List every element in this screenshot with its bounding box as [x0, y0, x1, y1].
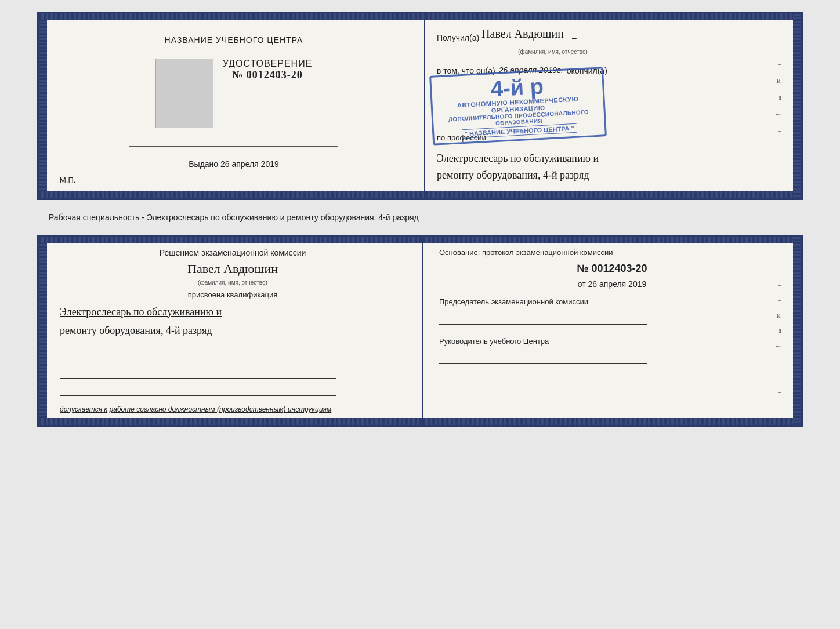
- top-edge-right: [425, 13, 801, 20]
- bottom-document: Решением экзаменационной комиссии Павел …: [37, 235, 803, 427]
- photo-placeholder: [155, 59, 213, 128]
- recipient-name-top: Павел Авдюшин: [481, 27, 564, 42]
- predsedatel-label: Председатель экзаменационной комиссии: [439, 297, 785, 307]
- stamp-line1: АВТОНОМНУЮ НЕКОММЕРЧЕСКУЮ ОРГАНИЗАЦИЮ: [437, 94, 599, 117]
- sig-line-1: [60, 350, 336, 361]
- sig-line-2: [60, 367, 336, 379]
- udostoverenie-number: № 0012403-20: [223, 69, 313, 81]
- bottom-right-binding: [793, 237, 801, 426]
- vtom-date: 26 апреля 2019г.: [499, 66, 563, 75]
- rukovoditel-block: Руководитель учебного Центра: [439, 336, 785, 364]
- profession-line1: Электрослесарь по обслуживанию и ремонту…: [437, 150, 785, 184]
- commission-name: Павел Авдюшин: [71, 261, 394, 277]
- stamp-line2: ДОПОЛНИТЕЛЬНОГО ПРОФЕССИОНАЛЬНОГО ОБРАЗО…: [438, 108, 600, 130]
- right-dashes: – – и а ← – – –: [771, 31, 785, 181]
- ot-date: от 26 апреля 2019: [439, 279, 785, 289]
- commission-header: Решением экзаменационной комиссии: [60, 247, 405, 259]
- top-document: НАЗВАНИЕ УЧЕБНОГО ЦЕНТРА УДОСТОВЕРЕНИЕ №…: [37, 12, 803, 200]
- bottom-edge-right: [425, 191, 801, 198]
- dopuskaetsya-prefix: допускается к: [60, 405, 107, 413]
- okonchil-label: окончил(а): [567, 66, 607, 75]
- vtom-line: в том, что он(а) 26 апреля 2019г. окончи…: [437, 66, 785, 75]
- separator-text: Рабочая специальность - Электрослесарь п…: [49, 210, 791, 224]
- dash-top: –: [572, 33, 577, 42]
- vydano-label: Выдано: [189, 159, 218, 169]
- osnovanie-text: Основание: протокол экзаменационной коми…: [439, 247, 785, 259]
- bottom-edge-bottom-left: [39, 418, 422, 425]
- predsedatel-sig-line: [439, 311, 647, 325]
- sig-line-3: [60, 384, 336, 396]
- top-edge-bottom-right: [423, 237, 801, 243]
- poluchil-line: Получил(а) Павел Авдюшин –: [437, 27, 785, 42]
- bottom-doc-left: Решением экзаменационной комиссии Павел …: [39, 237, 423, 426]
- bottom-edge-bottom-right: [423, 418, 801, 425]
- rukovoditel-label: Руководитель учебного Центра: [439, 336, 785, 347]
- predsedatel-block: Председатель экзаменационной комиссии: [439, 297, 785, 325]
- top-edge-bottom-left: [39, 237, 422, 243]
- udostoverenie-block: УДОСТОВЕРЕНИЕ № 0012403-20: [223, 59, 313, 81]
- top-doc-right: Получил(а) Павел Авдюшин – (фамилия, имя…: [425, 13, 801, 198]
- protocol-number: № 0012403-20: [439, 263, 785, 275]
- right-dashes-bottom: – – – и а ← – – –: [771, 254, 785, 408]
- right-binding: [793, 13, 801, 198]
- udostoverenie-label: УДОСТОВЕРЕНИЕ: [223, 59, 313, 69]
- vydano-line: Выдано 26 апреля 2019: [189, 159, 279, 169]
- signature-lines-left: [60, 350, 405, 396]
- bottom-edge-left: [39, 191, 424, 198]
- po-professii-label: по профессии: [437, 133, 785, 142]
- mp-label: М.П.: [60, 176, 75, 184]
- center-title-top: НАЗВАНИЕ УЧЕБНОГО ЦЕНТРА: [165, 35, 303, 45]
- qualification-text: Электрослесарь по обслуживанию и ремонту…: [60, 303, 405, 341]
- dopuskaetsya-text: допускается к работе согласно должностны…: [60, 405, 405, 413]
- stamp-big-text: 4-й р: [490, 75, 544, 100]
- fio-hint-bottom: (фамилия, имя, отчество): [60, 279, 405, 286]
- fio-hint-top: (фамилия, имя, отчество): [495, 49, 611, 55]
- top-edge-decoration: [39, 13, 424, 20]
- vtom-label: в том, что он(а): [437, 66, 495, 75]
- poluchil-label: Получил(а): [437, 33, 479, 42]
- bottom-doc-right: Основание: протокол экзаменационной коми…: [423, 237, 801, 426]
- rukovoditel-sig-line: [439, 350, 647, 364]
- top-doc-left: НАЗВАНИЕ УЧЕБНОГО ЦЕНТРА УДОСТОВЕРЕНИЕ №…: [39, 13, 425, 198]
- prisvoena-text: присвоена квалификация: [60, 290, 405, 299]
- vydano-date: 26 апреля 2019: [220, 159, 279, 169]
